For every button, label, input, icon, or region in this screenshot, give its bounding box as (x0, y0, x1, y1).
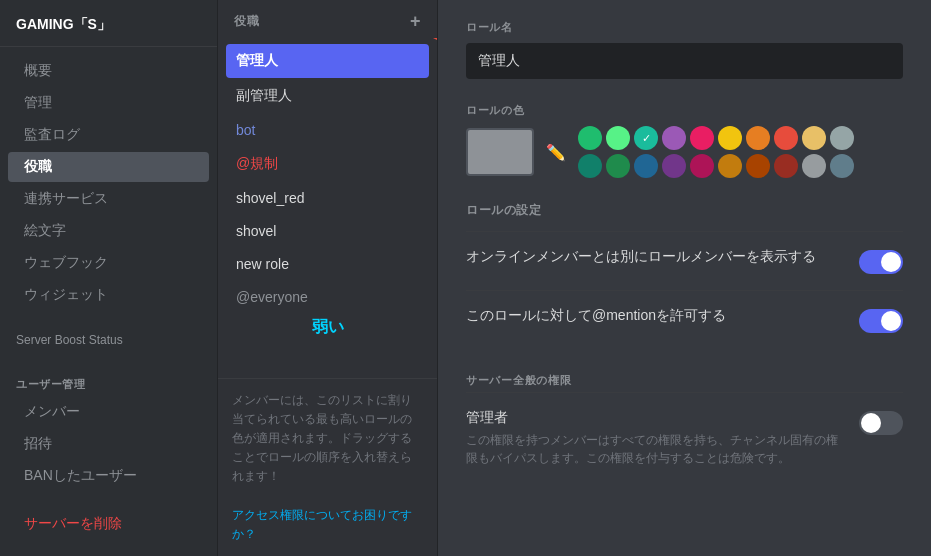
server-name: GAMING「S」 (0, 16, 217, 47)
color-picker-area: ✏️ (466, 126, 903, 178)
sidebar-item-emoji[interactable]: 絵文字 (8, 216, 209, 246)
allow-mention-row: このロールに対して@mentionを許可する (466, 290, 903, 349)
sidebar-item-audit-log[interactable]: 監査ログ (8, 120, 209, 150)
color-swatch-big[interactable] (466, 128, 534, 176)
color-dot-8[interactable] (802, 126, 826, 150)
role-item-bot[interactable]: bot (226, 114, 429, 146)
allow-mention-label: このロールに対して@mentionを許可する (466, 307, 843, 325)
color-dot-18[interactable] (802, 154, 826, 178)
sidebar-item-roles[interactable]: 役職 (8, 152, 209, 182)
color-dot-12[interactable] (634, 154, 658, 178)
roles-header-label: 役職 (234, 13, 259, 30)
allow-mention-text: このロールに対して@mentionを許可する (466, 307, 859, 329)
color-dot-2[interactable] (634, 126, 658, 150)
admin-permission-text: 管理者 この権限を持つメンバーはすべての権限を持ち、チャンネル固有の権限もバイパ… (466, 409, 859, 467)
annotation-weak: 弱い (312, 318, 344, 335)
role-name-label: ロール名 (466, 20, 903, 35)
allow-mention-knob (881, 311, 901, 331)
sidebar-item-integrations[interactable]: 連携サービス (8, 184, 209, 214)
left-sidebar: GAMING「S」 概要 管理 監査ログ 役職 連携サービス 絵文字 ウェブフッ… (0, 0, 218, 556)
display-separate-label: オンラインメンバーとは別にロールメンバーを表示する (466, 248, 843, 266)
color-dot-15[interactable] (718, 154, 742, 178)
color-dot-9[interactable] (830, 126, 854, 150)
admin-permission-toggle[interactable] (859, 411, 903, 435)
role-settings-panel: ロール名 ロールの色 ✏️ ロールの設定 オンラインメンバーとは別にロールメンバ… (438, 0, 931, 556)
role-display-section-label: ロールの設定 (466, 202, 903, 219)
role-item-admin[interactable]: 管理人 (226, 44, 429, 78)
role-item-shovel-red[interactable]: shovel_red (226, 182, 429, 214)
roles-panel-header: 役職 + (218, 0, 437, 38)
role-item-everyone[interactable]: @everyone (226, 281, 429, 313)
add-role-button[interactable]: + (410, 12, 421, 30)
role-item-new-role[interactable]: new role (226, 248, 429, 280)
roles-panel: 役職 + 強い 管理人 副管理人 bot @規制 (218, 0, 438, 556)
admin-permission-row: 管理者 この権限を持つメンバーはすべての権限を持ち、チャンネル固有の権限もバイパ… (466, 392, 903, 483)
color-dot-13[interactable] (662, 154, 686, 178)
display-separate-toggle[interactable] (859, 250, 903, 274)
permissions-section-header: サーバー全般の権限 (466, 373, 903, 388)
sidebar-item-delete-server[interactable]: サーバーを削除 (8, 509, 209, 539)
roles-info: メンバーには、このリストに割り当てられている最も高いロールの色が適用されます。ド… (218, 378, 437, 557)
color-dot-19[interactable] (830, 154, 854, 178)
role-color-group: ロールの色 ✏️ (466, 103, 903, 178)
role-item-sub-admin[interactable]: 副管理人 (226, 79, 429, 113)
color-dot-7[interactable] (774, 126, 798, 150)
color-dot-4[interactable] (690, 126, 714, 150)
color-row-1 (578, 126, 854, 150)
color-edit-icon[interactable]: ✏️ (546, 143, 566, 162)
display-separate-knob (881, 252, 901, 272)
role-item-shovel[interactable]: shovel (226, 215, 429, 247)
color-dot-16[interactable] (746, 154, 770, 178)
sidebar-item-webhooks[interactable]: ウェブフック (8, 248, 209, 278)
access-help-link[interactable]: アクセス権限についてお困りですか？ (232, 508, 412, 541)
color-dot-11[interactable] (606, 154, 630, 178)
role-item-mention-restriction[interactable]: @規制 (226, 147, 429, 181)
color-dot-6[interactable] (746, 126, 770, 150)
color-grid (578, 126, 854, 178)
sidebar-item-widget[interactable]: ウィジェット (8, 280, 209, 310)
admin-permission-desc: この権限を持つメンバーはすべての権限を持ち、チャンネル固有の権限もバイパスします… (466, 431, 843, 467)
sidebar-item-bans[interactable]: BANしたユーザー (8, 461, 209, 491)
permissions-group: サーバー全般の権限 管理者 この権限を持つメンバーはすべての権限を持ち、チャンネ… (466, 373, 903, 483)
role-display-group: ロールの設定 オンラインメンバーとは別にロールメンバーを表示する このロールに対… (466, 202, 903, 349)
display-separate-text: オンラインメンバーとは別にロールメンバーを表示する (466, 248, 859, 270)
user-management-label: ユーザー管理 (0, 369, 217, 396)
color-dot-5[interactable] (718, 126, 742, 150)
allow-mention-toggle[interactable] (859, 309, 903, 333)
sidebar-item-manage[interactable]: 管理 (8, 88, 209, 118)
color-dot-0[interactable] (578, 126, 602, 150)
role-name-input[interactable] (466, 43, 903, 79)
display-separate-row: オンラインメンバーとは別にロールメンバーを表示する (466, 231, 903, 290)
sidebar-item-members[interactable]: メンバー (8, 397, 209, 427)
color-dot-17[interactable] (774, 154, 798, 178)
sidebar-item-overview[interactable]: 概要 (8, 56, 209, 86)
admin-permission-knob (861, 413, 881, 433)
color-row-2 (578, 154, 854, 178)
color-dot-3[interactable] (662, 126, 686, 150)
annotation-weak-area: 弱い (226, 317, 429, 338)
server-boost-status: Server Boost Status (0, 327, 217, 353)
color-dot-14[interactable] (690, 154, 714, 178)
role-list: 強い 管理人 副管理人 bot @規制 shovel_red shovel ne… (218, 38, 437, 378)
color-dot-10[interactable] (578, 154, 602, 178)
sidebar-item-invites[interactable]: 招待 (8, 429, 209, 459)
admin-permission-label: 管理者 (466, 409, 843, 427)
role-color-label: ロールの色 (466, 103, 903, 118)
role-name-group: ロール名 (466, 20, 903, 79)
color-dot-1[interactable] (606, 126, 630, 150)
